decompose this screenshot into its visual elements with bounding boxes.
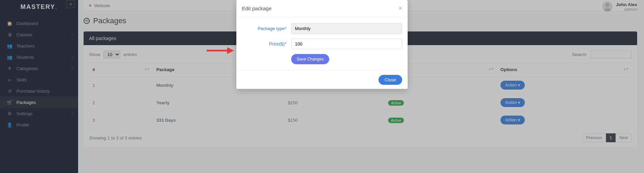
- close-button[interactable]: Close: [379, 75, 402, 85]
- price-input[interactable]: [291, 39, 402, 49]
- save-button[interactable]: Save Changes: [291, 54, 329, 64]
- edit-package-modal: Edit package × Package type* Price($)* S…: [236, 0, 408, 89]
- package-type-label: Package type*: [242, 26, 286, 31]
- close-icon[interactable]: ×: [398, 5, 402, 12]
- package-type-input[interactable]: [291, 23, 402, 34]
- price-label: Price($)*: [242, 41, 286, 46]
- modal-title: Edit package: [242, 5, 272, 11]
